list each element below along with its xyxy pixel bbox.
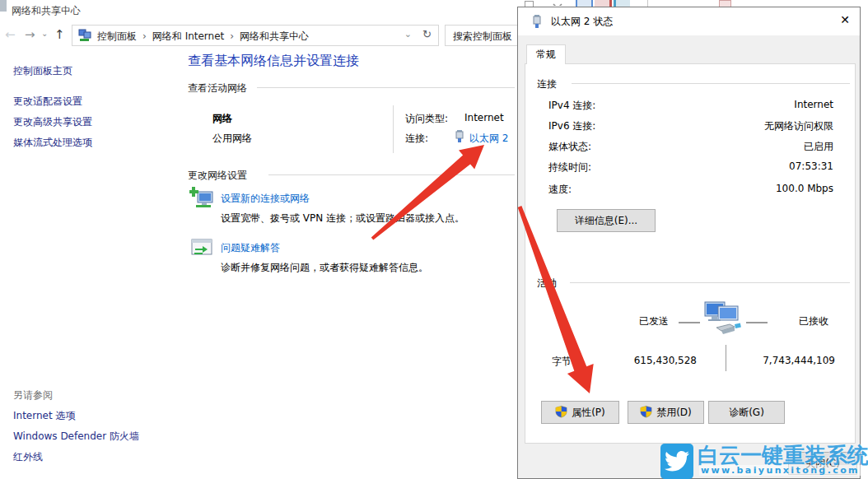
refresh-icon[interactable]: ↻ <box>422 28 432 40</box>
sent-label: 已发送 <box>639 314 669 328</box>
divider <box>393 105 394 153</box>
divider <box>268 174 515 175</box>
tab-general[interactable]: 常规 <box>526 44 566 64</box>
close-icon[interactable]: ✕ <box>840 13 850 26</box>
forward-icon[interactable]: → <box>25 27 35 42</box>
sidebar-item-media-streaming[interactable]: 媒体流式处理选项 <box>13 136 92 150</box>
red-arrow-to-ethernet2 <box>371 145 484 240</box>
breadcrumb-separator-icon: › <box>230 30 234 42</box>
background-window-fragment <box>595 0 612 7</box>
media-state-label: 媒体状态: <box>548 140 591 154</box>
ethernet2-link[interactable]: 以太网 2 <box>469 132 508 146</box>
search-box[interactable]: 搜索控制面板 <box>445 25 527 46</box>
troubleshoot-link[interactable]: 问题疑难解答 <box>221 241 280 255</box>
media-state-value: 已启用 <box>804 140 833 154</box>
uac-shield-icon <box>555 405 567 421</box>
breadcrumb-network-sharing-center[interactable]: 网络和共享中心 <box>240 30 309 42</box>
change-network-settings-label: 更改网络设置 <box>188 169 247 183</box>
activity-group-label: 活动 <box>537 277 557 291</box>
network-profile: 公用网络 <box>212 132 252 146</box>
active-networks-label: 查看活动网络 <box>188 81 247 95</box>
properties-button[interactable]: 属性(P) <box>541 401 619 424</box>
received-label: 已接收 <box>799 314 828 328</box>
network-location-icon <box>78 29 92 45</box>
sidebar-item-infrared[interactable]: 红外线 <box>13 450 43 464</box>
access-type-value: Internet <box>464 112 504 123</box>
troubleshoot-desc: 诊断并修复网络问题，或者获得疑难解答信息。 <box>221 261 428 275</box>
bytes-received-value: 7,743,444,109 <box>748 355 835 366</box>
up-icon[interactable]: ↑ <box>54 27 65 42</box>
divider <box>679 322 700 323</box>
speed-label: 速度: <box>548 183 572 197</box>
background-window-fragment <box>647 0 648 7</box>
tab-page-general: 连接 IPv4 连接: Internet IPv6 连接: 无网络访问权限 媒体… <box>525 63 856 444</box>
sidebar-item-change-adapter-settings[interactable]: 更改适配器设置 <box>13 95 82 109</box>
access-type-label: 访问类型: <box>405 112 448 126</box>
ipv6-label: IPv6 连接: <box>548 119 595 133</box>
search-placeholder: 搜索控制面板 <box>453 30 512 44</box>
sidebar-item-advanced-sharing[interactable]: 更改高级共享设置 <box>13 115 92 129</box>
breadcrumb-network-internet[interactable]: 网络和 Internet <box>152 30 224 42</box>
divider <box>726 345 726 371</box>
diagnose-button-label: 诊断(G) <box>729 406 764 420</box>
address-bar[interactable]: 控制面板›网络和 Internet›网络和共享中心 ⌄ ↻ <box>72 25 439 46</box>
connections-label: 连接: <box>405 132 428 146</box>
troubleshoot-icon[interactable] <box>191 239 214 263</box>
duration-value: 07:53:31 <box>789 160 833 172</box>
sidebar-item-control-panel-home[interactable]: 控制面板主页 <box>13 64 72 78</box>
breadcrumb-control-panel[interactable]: 控制面板 <box>97 30 137 42</box>
setup-new-connection-link[interactable]: 设置新的连接或网络 <box>221 192 310 206</box>
connection-group-label: 连接 <box>537 77 557 91</box>
back-icon[interactable]: ← <box>5 27 16 42</box>
uac-shield-icon <box>640 405 652 421</box>
bird-logo-icon <box>660 444 693 479</box>
divider <box>572 83 850 84</box>
sidebar-item-internet-options[interactable]: Internet 选项 <box>13 409 75 423</box>
see-also-header: 另请参阅 <box>13 388 53 402</box>
divider <box>257 87 515 88</box>
network-activity-icon <box>702 300 743 343</box>
divider <box>746 322 768 323</box>
watermark: 白云一键重装系统 www.baiyunxitong.com <box>656 439 868 479</box>
breadcrumb-separator-icon: › <box>142 30 147 42</box>
history-chevron-icon[interactable]: ⌄ <box>41 29 48 38</box>
properties-button-label: 属性(P) <box>572 406 605 420</box>
sidebar-item-windows-defender-firewall[interactable]: Windows Defender 防火墙 <box>13 430 139 444</box>
speed-value: 100.0 Mbps <box>776 183 833 194</box>
ipv4-label: IPv4 连接: <box>548 99 595 113</box>
ethernet-plug-icon <box>531 14 543 31</box>
dialog-title: 以太网 2 状态 <box>551 15 613 29</box>
watermark-url: www.baiyunxitong.com <box>699 465 861 476</box>
new-connection-icon[interactable] <box>189 187 217 216</box>
page-title: 查看基本网络信息并设置连接 <box>188 53 359 70</box>
screen: 网络和共享中心 ← → ⌄ ↑ 控制面板›网络和 Internet›网络和共享中… <box>0 0 868 479</box>
address-dropdown-icon[interactable]: ⌄ <box>404 29 412 40</box>
background-window-fragment <box>553 0 562 6</box>
ethernet-plug-icon <box>454 129 465 146</box>
network-name: 网络 <box>212 112 232 126</box>
disable-button-label: 禁用(D) <box>656 406 692 420</box>
ipv6-value: 无网络访问权限 <box>764 119 833 133</box>
bytes-sent-value: 615,430,528 <box>608 355 697 366</box>
dialog-titlebar[interactable]: 以太网 2 状态 ✕ <box>518 7 860 35</box>
ethernet-status-dialog: 以太网 2 状态 ✕ 常规 连接 IPv4 连接: Internet IPv6 … <box>517 7 861 479</box>
window-title: 网络和共享中心 <box>12 4 81 18</box>
setup-new-connection-desc: 设置宽带、拨号或 VPN 连接；或设置路由器或接入点。 <box>221 212 464 226</box>
divider <box>570 282 850 283</box>
background-window-fragment <box>576 0 593 7</box>
disable-button[interactable]: 禁用(D) <box>628 401 704 424</box>
background-window-fragment <box>614 0 630 7</box>
ipv4-value: Internet <box>794 99 833 110</box>
bytes-label: 字节: <box>552 355 575 369</box>
diagnose-button[interactable]: 诊断(G) <box>708 401 785 424</box>
details-button[interactable]: 详细信息(E)... <box>557 209 656 232</box>
duration-label: 持续时间: <box>548 160 591 174</box>
window-icon <box>0 0 7 12</box>
